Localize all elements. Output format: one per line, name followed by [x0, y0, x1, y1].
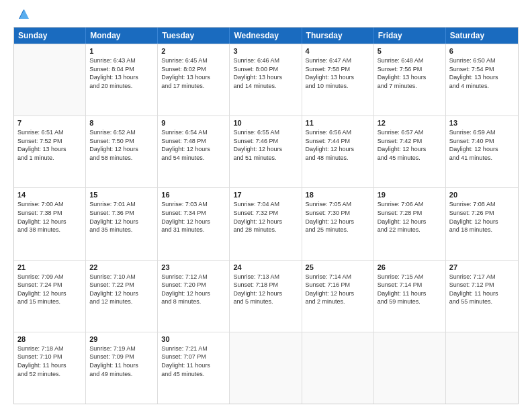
cell-info-line: and 45 minutes.	[378, 154, 442, 163]
cell-info-line: Sunrise: 6:51 AM	[17, 128, 82, 137]
cell-info-line: Sunset: 7:54 PM	[449, 65, 515, 74]
cell-info-line: Sunrise: 6:54 AM	[161, 128, 226, 137]
page: SundayMondayTuesdayWednesdayThursdayFrid…	[0, 0, 532, 411]
cell-info-line: Daylight: 12 hours	[306, 289, 370, 298]
cell-info-line: and 2 minutes.	[306, 298, 370, 306]
logo-icon	[16, 7, 31, 21]
cell-info-line: Sunset: 7:16 PM	[306, 281, 370, 289]
header-day-friday: Friday	[374, 28, 446, 44]
cell-info-line: Daylight: 12 hours	[89, 145, 154, 154]
calendar-row-0: 1Sunrise: 6:43 AMSunset: 8:04 PMDaylight…	[14, 44, 518, 116]
cell-info-line: Sunrise: 6:46 AM	[233, 56, 298, 65]
cell-info-line: Sunset: 7:20 PM	[161, 281, 226, 289]
cell-info-line: Sunrise: 6:43 AM	[89, 56, 154, 65]
cell-info-line: Daylight: 12 hours	[378, 218, 442, 226]
cell-info-line: and 12 minutes.	[89, 298, 154, 306]
cell-info-line: Daylight: 12 hours	[306, 145, 370, 154]
cell-info-line: Daylight: 12 hours	[233, 145, 298, 154]
day-number: 23	[161, 263, 226, 271]
cell-info-line: Daylight: 13 hours	[233, 73, 298, 82]
cell-info-line: Daylight: 12 hours	[161, 289, 226, 298]
header-day-saturday: Saturday	[446, 28, 518, 44]
cell-info-line: Sunset: 7:34 PM	[161, 209, 226, 218]
cell-info-line: Sunset: 7:22 PM	[89, 281, 154, 289]
calendar: SundayMondayTuesdayWednesdayThursdayFrid…	[13, 27, 519, 404]
calendar-cell: 9Sunrise: 6:54 AMSunset: 7:48 PMDaylight…	[158, 116, 230, 187]
day-number: 17	[233, 191, 298, 199]
calendar-row-2: 14Sunrise: 7:00 AMSunset: 7:38 PMDayligh…	[14, 187, 518, 259]
cell-info-line: and 14 minutes.	[233, 82, 298, 91]
day-number: 8	[89, 119, 154, 127]
cell-info-line: Daylight: 11 hours	[378, 289, 442, 298]
calendar-row-3: 21Sunrise: 7:09 AMSunset: 7:24 PMDayligh…	[14, 260, 518, 332]
cell-info-line: Daylight: 11 hours	[89, 361, 154, 370]
cell-info-line: Daylight: 12 hours	[17, 218, 82, 226]
calendar-cell: 16Sunrise: 7:03 AMSunset: 7:34 PMDayligh…	[158, 188, 230, 259]
calendar-cell: 10Sunrise: 6:55 AMSunset: 7:46 PMDayligh…	[230, 116, 302, 187]
day-number: 21	[17, 263, 82, 271]
cell-info-line: and 41 minutes.	[449, 154, 515, 163]
cell-info-line: Sunrise: 6:47 AM	[306, 56, 370, 65]
cell-info-line: Sunrise: 7:03 AM	[161, 200, 226, 209]
header-day-monday: Monday	[86, 28, 158, 44]
cell-info-line: Sunrise: 7:14 AM	[306, 273, 370, 281]
calendar-cell	[14, 44, 86, 116]
day-number: 11	[306, 119, 370, 127]
cell-info-line: Sunset: 7:10 PM	[17, 353, 82, 361]
cell-info-line: Sunrise: 7:21 AM	[161, 345, 226, 353]
cell-info-line: Sunrise: 7:19 AM	[89, 345, 154, 353]
cell-info-line: Sunrise: 6:48 AM	[378, 56, 442, 65]
cell-info-line: Sunset: 7:38 PM	[17, 209, 82, 218]
day-number: 12	[378, 119, 442, 127]
day-number: 29	[89, 335, 154, 343]
cell-info-line: Sunset: 7:26 PM	[449, 209, 515, 218]
cell-info-line: and 58 minutes.	[89, 154, 154, 163]
day-number: 1	[89, 47, 154, 55]
cell-info-line: Sunset: 7:30 PM	[306, 209, 370, 218]
calendar-cell	[446, 332, 518, 404]
cell-info-line: Daylight: 12 hours	[89, 218, 154, 226]
day-number: 7	[17, 119, 82, 127]
calendar-cell: 23Sunrise: 7:12 AMSunset: 7:20 PMDayligh…	[158, 261, 230, 332]
cell-info-line: Sunrise: 7:18 AM	[17, 345, 82, 353]
cell-info-line: Sunset: 7:50 PM	[89, 137, 154, 146]
cell-info-line: Sunrise: 7:10 AM	[89, 273, 154, 281]
cell-info-line: and 7 minutes.	[378, 82, 442, 91]
day-number: 4	[306, 47, 370, 55]
cell-info-line: Daylight: 13 hours	[449, 73, 515, 82]
calendar-cell	[230, 332, 302, 404]
cell-info-line: Sunrise: 7:06 AM	[378, 200, 442, 209]
cell-info-line: Sunset: 7:36 PM	[89, 209, 154, 218]
calendar-header: SundayMondayTuesdayWednesdayThursdayFrid…	[14, 28, 518, 44]
calendar-cell: 25Sunrise: 7:14 AMSunset: 7:16 PMDayligh…	[302, 261, 374, 332]
calendar-cell: 13Sunrise: 6:59 AMSunset: 7:40 PMDayligh…	[446, 116, 518, 187]
cell-info-line: Daylight: 12 hours	[449, 145, 515, 154]
calendar-cell: 12Sunrise: 6:57 AMSunset: 7:42 PMDayligh…	[374, 116, 446, 187]
cell-info-line: Sunrise: 7:17 AM	[449, 273, 515, 281]
cell-info-line: Daylight: 11 hours	[161, 361, 226, 370]
cell-info-line: Sunset: 8:00 PM	[233, 65, 298, 74]
cell-info-line: and 54 minutes.	[161, 154, 226, 163]
cell-info-line: and 28 minutes.	[233, 226, 298, 234]
cell-info-line: Sunset: 7:32 PM	[233, 209, 298, 218]
day-number: 18	[306, 191, 370, 199]
cell-info-line: and 59 minutes.	[378, 298, 442, 306]
calendar-cell: 19Sunrise: 7:06 AMSunset: 7:28 PMDayligh…	[374, 188, 446, 259]
cell-info-line: Daylight: 12 hours	[233, 218, 298, 226]
day-number: 26	[378, 263, 442, 271]
calendar-cell: 29Sunrise: 7:19 AMSunset: 7:09 PMDayligh…	[86, 332, 158, 404]
calendar-cell: 30Sunrise: 7:21 AMSunset: 7:07 PMDayligh…	[158, 332, 230, 404]
cell-info-line: Daylight: 12 hours	[306, 218, 370, 226]
calendar-cell	[302, 332, 374, 404]
calendar-cell: 8Sunrise: 6:52 AMSunset: 7:50 PMDaylight…	[86, 116, 158, 187]
cell-info-line: and 18 minutes.	[449, 226, 515, 234]
cell-info-line: and 22 minutes.	[378, 226, 442, 234]
cell-info-line: Daylight: 12 hours	[17, 289, 82, 298]
cell-info-line: Daylight: 12 hours	[161, 218, 226, 226]
cell-info-line: Daylight: 12 hours	[378, 145, 442, 154]
cell-info-line: and 31 minutes.	[161, 226, 226, 234]
calendar-cell: 17Sunrise: 7:04 AMSunset: 7:32 PMDayligh…	[230, 188, 302, 259]
cell-info-line: Daylight: 12 hours	[233, 289, 298, 298]
day-number: 19	[378, 191, 442, 199]
cell-info-line: Daylight: 13 hours	[161, 73, 226, 82]
